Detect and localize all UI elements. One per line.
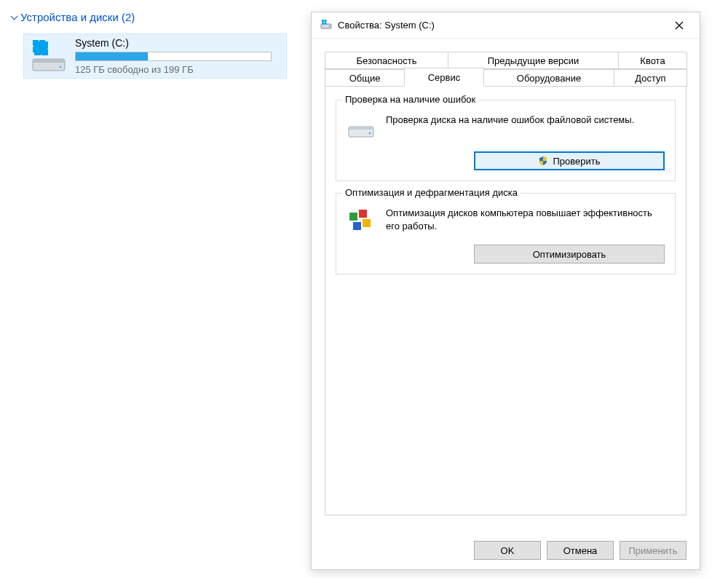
titlebar[interactable]: Свойства: System (C:) xyxy=(312,12,700,39)
drive-usage-bar xyxy=(75,52,272,61)
optimize-button-label: Оптимизировать xyxy=(533,249,606,260)
dialog-footer: OK Отмена Применить xyxy=(312,531,700,569)
check-button[interactable]: Проверить xyxy=(474,151,665,170)
check-button-label: Проверить xyxy=(553,156,600,167)
svg-rect-22 xyxy=(349,127,373,130)
svg-rect-9 xyxy=(33,40,39,46)
close-button[interactable] xyxy=(665,15,694,36)
svg-rect-11 xyxy=(33,47,39,52)
drive-subtext: 125 ГБ свободно из 199 ГБ xyxy=(75,64,280,75)
chevron-down-icon xyxy=(10,14,17,21)
drive-name: System (C:) xyxy=(75,37,280,49)
svg-rect-15 xyxy=(322,20,324,22)
defrag-icon xyxy=(347,207,376,236)
apply-button[interactable]: Применить xyxy=(620,541,687,560)
tab-general[interactable]: Общие xyxy=(325,69,405,87)
error-check-group: Проверка на наличие ошибок Проверка диск… xyxy=(336,100,676,181)
drive-info: System (C:) 125 ГБ свободно из 199 ГБ xyxy=(75,37,280,75)
svg-rect-24 xyxy=(349,213,357,221)
svg-rect-25 xyxy=(359,210,367,218)
svg-point-2 xyxy=(60,66,61,68)
optimize-button[interactable]: Оптимизировать xyxy=(474,245,665,264)
devices-group-header[interactable]: Устройства и диски (2) xyxy=(10,11,301,23)
svg-rect-26 xyxy=(353,222,361,230)
tab-tools[interactable]: Сервис xyxy=(404,68,484,87)
svg-rect-18 xyxy=(325,23,327,25)
tab-content-tools: Проверка на наличие ошибок Проверка диск… xyxy=(325,86,687,515)
tab-hardware[interactable]: Оборудование xyxy=(483,69,614,87)
svg-rect-27 xyxy=(363,219,371,227)
error-check-text: Проверка диска на наличие ошибок файлово… xyxy=(386,114,665,127)
error-check-legend: Проверка на наличие ошибок xyxy=(342,94,478,105)
devices-group-label: Устройства и диски (2) xyxy=(20,11,135,23)
optimize-text: Оптимизация дисков компьютера повышает э… xyxy=(386,207,665,232)
close-icon xyxy=(675,21,684,30)
cancel-button[interactable]: Отмена xyxy=(547,541,614,560)
svg-rect-12 xyxy=(39,47,45,52)
dialog-title: Свойства: System (C:) xyxy=(338,20,665,31)
optimize-group: Оптимизация и дефрагментация диска Оптим… xyxy=(336,193,676,274)
svg-point-14 xyxy=(329,25,331,27)
tab-security[interactable]: Безопасность xyxy=(325,52,448,69)
tab-previous-versions[interactable]: Предыдущие версии xyxy=(448,52,619,69)
svg-rect-16 xyxy=(325,20,327,22)
svg-point-23 xyxy=(369,132,371,135)
explorer-devices-section: Устройства и диски (2) xyxy=(10,11,301,79)
uac-shield-icon xyxy=(538,156,548,166)
drive-icon xyxy=(320,18,332,32)
optimize-legend: Оптимизация и дефрагментация диска xyxy=(342,187,521,198)
drive-icon xyxy=(30,37,68,75)
drive-small-icon xyxy=(347,114,376,143)
tab-quota[interactable]: Квота xyxy=(618,52,687,69)
svg-rect-10 xyxy=(39,40,45,46)
svg-rect-17 xyxy=(322,23,324,25)
drive-item-system-c[interactable]: System (C:) 125 ГБ свободно из 199 ГБ xyxy=(23,33,287,79)
ok-button[interactable]: OK xyxy=(474,541,541,560)
properties-dialog: Свойства: System (C:) Безопасность Преды… xyxy=(311,12,700,570)
tab-sharing[interactable]: Доступ xyxy=(614,69,687,87)
tabs: Безопасность Предыдущие версии Квота Общ… xyxy=(325,52,687,515)
svg-rect-1 xyxy=(33,59,65,63)
